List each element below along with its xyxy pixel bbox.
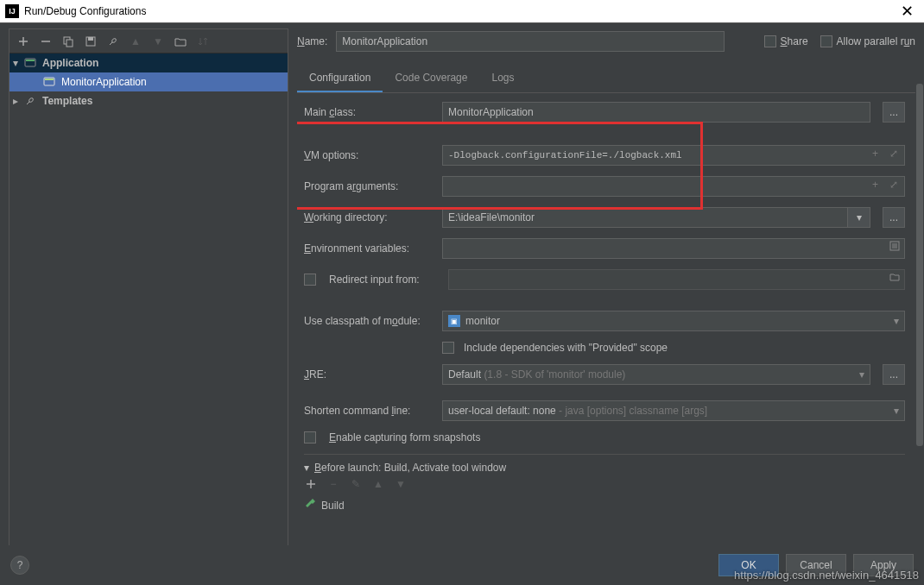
module-value: monitor — [465, 315, 500, 327]
before-launch-toolbar: − ✎ ▲ ▼ — [304, 474, 905, 494]
tree-label: MonitorApplication — [61, 76, 147, 88]
browse-jre-button[interactable]: ... — [883, 364, 905, 385]
tree-label: Application — [42, 57, 98, 69]
hammer-icon — [304, 498, 316, 513]
env-vars-label: Environment variables: — [304, 242, 434, 255]
jre-value: Default — [448, 368, 481, 381]
jre-combo[interactable]: Default (1.8 - SDK of 'monitor' module) … — [442, 364, 870, 385]
browse-main-class-button[interactable]: ... — [883, 102, 905, 123]
add-icon[interactable]: + — [872, 148, 884, 160]
tree-node-application[interactable]: ▾ Application — [9, 53, 288, 72]
snapshots-checkbox[interactable] — [304, 431, 316, 443]
include-provided-label: Include dependencies with "Provided" sco… — [464, 342, 668, 354]
folder-icon[interactable] — [889, 272, 902, 284]
move-up-icon: ▲ — [129, 35, 142, 48]
module-label: Use classpath of module: — [304, 315, 434, 327]
remove-icon[interactable] — [39, 35, 53, 48]
save-icon[interactable] — [84, 35, 98, 48]
name-input[interactable] — [336, 31, 725, 52]
move-down-icon: ▼ — [394, 477, 408, 491]
window-title: Run/Debug Configurations — [24, 5, 146, 17]
main-class-input[interactable] — [442, 102, 870, 123]
config-tree-panel: ▲ ▼ ▾ Application MonitorApplication ▸ T… — [9, 28, 288, 557]
svg-rect-1 — [66, 40, 73, 47]
main-class-label: Main class: — [304, 106, 434, 118]
chevron-down-icon: ▾ — [894, 405, 899, 417]
shorten-value: user-local default: none — [448, 405, 556, 417]
browse-working-dir-button[interactable]: ... — [883, 207, 905, 228]
config-tree: ▾ Application MonitorApplication ▸ Templ… — [9, 53, 288, 557]
include-provided-checkbox[interactable] — [442, 342, 454, 354]
working-dir-label: Working directory: — [304, 211, 434, 223]
build-task[interactable]: Build — [304, 494, 905, 516]
redirect-label: Redirect input from: — [329, 274, 440, 286]
wrench-icon[interactable] — [106, 35, 120, 48]
move-down-icon: ▼ — [151, 35, 165, 48]
list-icon[interactable] — [889, 241, 902, 253]
snapshots-label: Enable capturing form snapshots — [329, 431, 480, 443]
chevron-down-icon: ▾ — [13, 57, 23, 69]
add-icon[interactable]: + — [872, 179, 884, 191]
svg-rect-7 — [45, 79, 54, 80]
watermark: https://blog.csdn.net/weixin_4641518 — [734, 569, 919, 582]
expand-icon[interactable]: ⤢ — [889, 148, 902, 160]
chevron-right-icon: ▸ — [13, 95, 23, 107]
help-button[interactable]: ? — [10, 556, 29, 575]
sort-icon — [196, 35, 210, 48]
share-checkbox[interactable]: Share — [764, 35, 808, 48]
shorten-combo[interactable]: user-local default: none - java [options… — [442, 400, 905, 421]
edit-icon: ✎ — [349, 477, 363, 491]
svg-rect-5 — [26, 60, 35, 61]
separator — [304, 454, 905, 455]
shorten-hint: - java [options] classname [args] — [559, 405, 707, 417]
working-dir-dropdown[interactable]: ▾ — [848, 207, 870, 228]
wrench-icon — [23, 94, 37, 108]
remove-icon: − — [326, 477, 340, 491]
jre-label: JRE: — [304, 368, 434, 381]
chevron-down-icon: ▾ — [859, 368, 864, 381]
add-icon[interactable] — [16, 35, 30, 48]
application-config-icon — [42, 75, 56, 89]
name-label: Name: — [297, 35, 327, 47]
add-icon[interactable] — [304, 477, 318, 491]
tab-configuration[interactable]: Configuration — [297, 65, 383, 92]
chevron-down-icon: ▾ — [304, 462, 309, 474]
build-label: Build — [321, 500, 345, 512]
tree-label: Templates — [42, 95, 92, 107]
redirect-checkbox[interactable] — [304, 274, 316, 286]
scrollbar[interactable] — [915, 84, 924, 563]
shorten-label: Shorten command line: — [304, 405, 434, 417]
module-icon: ▣ — [448, 315, 460, 327]
tabs: Configuration Code Coverage Logs — [297, 65, 915, 93]
tree-toolbar: ▲ ▼ — [9, 29, 288, 53]
svg-rect-3 — [88, 37, 93, 41]
jre-hint: (1.8 - SDK of 'monitor' module) — [484, 368, 625, 381]
program-args-input[interactable] — [442, 176, 905, 197]
tab-logs[interactable]: Logs — [479, 65, 526, 92]
env-vars-input[interactable] — [442, 238, 905, 259]
working-dir-input[interactable] — [442, 207, 848, 228]
module-combo[interactable]: ▣ monitor ▾ — [442, 311, 905, 331]
application-config-icon — [23, 56, 37, 70]
scroll-thumb[interactable] — [916, 84, 923, 446]
tree-node-templates[interactable]: ▸ Templates — [9, 91, 288, 110]
title-bar: IJ Run/Debug Configurations ✕ — [0, 0, 924, 22]
before-launch-header[interactable]: ▾ Before launch: Build, Activate tool wi… — [304, 462, 905, 474]
allow-parallel-checkbox[interactable]: Allow parallel run — [820, 35, 915, 48]
move-up-icon: ▲ — [371, 477, 385, 491]
app-icon: IJ — [5, 4, 19, 18]
folder-icon[interactable] — [174, 35, 187, 48]
vm-options-label: VM options: — [304, 149, 434, 161]
before-launch-label: Before launch: Build, Activate tool wind… — [314, 462, 506, 474]
tree-node-monitor-application[interactable]: MonitorApplication — [9, 72, 288, 91]
vm-options-input[interactable] — [442, 145, 905, 166]
program-args-label: Program arguments: — [304, 180, 434, 192]
close-icon[interactable]: ✕ — [896, 2, 919, 21]
redirect-input[interactable] — [448, 269, 905, 290]
copy-icon[interactable] — [61, 35, 75, 48]
tab-code-coverage[interactable]: Code Coverage — [383, 65, 479, 92]
expand-icon[interactable]: ⤢ — [889, 179, 902, 191]
chevron-down-icon: ▾ — [894, 315, 899, 327]
